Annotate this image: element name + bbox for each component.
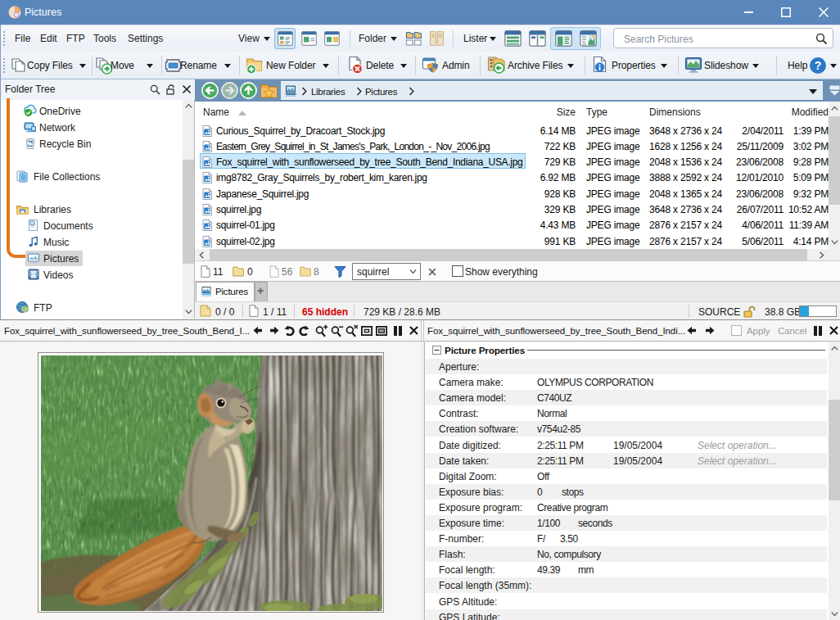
svg-text:?: ? [815,59,822,72]
